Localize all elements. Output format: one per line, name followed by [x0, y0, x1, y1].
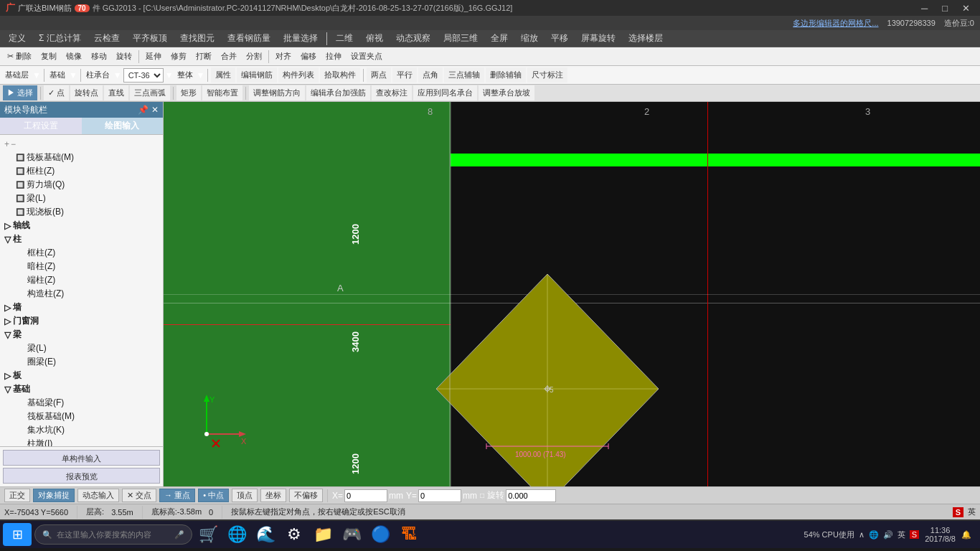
x-coord-input[interactable] [344, 489, 387, 502]
menu-pan[interactable]: 平移 [545, 31, 574, 46]
rotate-input[interactable] [506, 489, 556, 502]
sidebar-item-ring-beam[interactable]: 圈梁(E) [1, 355, 161, 369]
snap-vertex[interactable]: 顶点 [232, 489, 258, 502]
sidebar-group-wall[interactable]: ▷墙 [1, 301, 161, 314]
menu-2d[interactable]: 二维 [330, 31, 359, 46]
close-button[interactable]: ✕ [958, 3, 974, 14]
align-button[interactable]: 对齐 [271, 49, 296, 64]
snap-orthogonal[interactable]: 正交 [4, 489, 30, 502]
point-tool[interactable]: ✓ 点 [44, 85, 69, 100]
single-component-input-button[interactable]: 单构件输入 [3, 450, 160, 466]
sidebar-group-axis[interactable]: ▷轴线 [1, 219, 161, 232]
snap-no-offset[interactable]: 不偏移 [289, 489, 323, 502]
minimize-button[interactable]: ─ [917, 3, 932, 14]
sidebar-pin-icon[interactable]: 📌 [138, 105, 149, 115]
sidebar-item-raft-found2[interactable]: 筏板基础(M) [1, 410, 161, 423]
menu-zoom[interactable]: 缩放 [515, 31, 544, 46]
cap-type-select[interactable]: CT-36 [123, 68, 164, 83]
line-tool[interactable]: 直线 [104, 85, 128, 100]
menu-define[interactable]: 定义 [3, 31, 32, 46]
taskbar-app-settings[interactable]: ⚙ [281, 522, 307, 547]
merge-button[interactable]: 合并 [217, 49, 241, 64]
grid-tool-label[interactable]: 多边形编辑器的网格尺... [793, 18, 878, 29]
rect-tool[interactable]: 矩形 [176, 85, 201, 100]
stretch-button[interactable]: 拉伸 [321, 49, 346, 64]
taskbar-app-ggj[interactable]: 🏗 [396, 522, 422, 547]
dimension-button[interactable]: 尺寸标注 [527, 67, 567, 83]
sidebar-item-raft-found[interactable]: 🔲 筏板基础(M) [1, 151, 161, 164]
edit-rebar-button[interactable]: 编辑钢筋 [237, 67, 277, 83]
apply-same-cap-button[interactable]: 应用到同名承台 [413, 85, 477, 100]
start-button[interactable]: ⊞ [3, 523, 32, 546]
menu-local-3d[interactable]: 局部三维 [438, 31, 484, 46]
menu-fullscreen[interactable]: 全屏 [485, 31, 514, 46]
canvas-area[interactable]: 1000.00 (71.43) 5 1200 3400 1200 8 2 3 4… [164, 102, 980, 486]
expand-icon[interactable]: + [4, 139, 9, 149]
taskbar-app-store[interactable]: 🛒 [195, 522, 221, 547]
snap-coord[interactable]: 坐标 [260, 489, 286, 502]
set-grip-button[interactable]: 设置夹点 [347, 49, 387, 64]
y-coord-input[interactable] [418, 489, 461, 502]
menu-align-top[interactable]: 平齐板顶 [127, 31, 173, 46]
menu-cloud-check[interactable]: 云检查 [88, 31, 126, 46]
sidebar-group-slab[interactable]: ▷板 [1, 369, 161, 382]
sidebar-item-beam[interactable]: 🔲 梁(L) [1, 192, 161, 205]
snap-midpoint[interactable]: • 中点 [198, 489, 229, 502]
arc-tool[interactable]: 三点画弧 [130, 85, 170, 100]
select-button[interactable]: ▶ 选择 [3, 85, 37, 100]
trim-button[interactable]: 修剪 [166, 49, 191, 64]
smart-layout-button[interactable]: 智能布置 [202, 85, 242, 100]
project-settings-tab[interactable]: 工程设置 [0, 118, 82, 134]
component-list-button[interactable]: 构件列表 [278, 67, 319, 83]
delete-axis-button[interactable]: 删除辅轴 [486, 67, 526, 83]
menu-dynamic-view[interactable]: 动态观察 [390, 31, 436, 46]
snap-object[interactable]: 对象捕捉 [33, 489, 75, 502]
offset-button[interactable]: 偏移 [296, 49, 321, 64]
menu-find-element[interactable]: 查找图元 [174, 31, 220, 46]
sidebar-item-struct-col[interactable]: 构造柱(Z) [1, 287, 161, 301]
sidebar-item-col-pedestal[interactable]: 柱墩(I) [1, 437, 161, 446]
sidebar-item-found-beam[interactable]: 基础梁(F) [1, 396, 161, 410]
split-button[interactable]: 分割 [242, 49, 266, 64]
edit-cap-rebar-button[interactable]: 编辑承台加强筋 [306, 85, 370, 100]
taskbar-search[interactable]: 🔍 在这里输入你要搜索的内容 🎤 [34, 524, 192, 545]
report-preview-button[interactable]: 报表预览 [3, 468, 160, 484]
menu-select-floor[interactable]: 选择楼层 [623, 31, 669, 46]
adjust-slope-button[interactable]: 调整承台放坡 [479, 85, 534, 100]
properties-button[interactable]: 属性 [211, 67, 235, 83]
sidebar-close-icon[interactable]: ✕ [151, 105, 159, 115]
snap-intersection[interactable]: ✕ 交点 [122, 489, 156, 502]
collapse-icon[interactable]: − [11, 139, 16, 149]
snap-endpoint[interactable]: → 重点 [159, 489, 195, 502]
sidebar-group-openings[interactable]: ▷门窗洞 [1, 314, 161, 328]
sidebar-group-col[interactable]: ▽柱 [1, 232, 161, 246]
tray-arrow[interactable]: ∧ [859, 530, 864, 540]
sidebar-item-sump[interactable]: 集水坑(K) [1, 423, 161, 437]
sidebar-item-beam2[interactable]: 梁(L) [1, 342, 161, 355]
taskbar-app-folder[interactable]: 📁 [310, 522, 336, 547]
snap-dynamic-input[interactable]: 动态输入 [77, 489, 119, 502]
delete-button[interactable]: ✂ 删除 [3, 49, 36, 64]
clock[interactable]: 11:36 2017/8/8 [925, 526, 956, 543]
menu-calculate[interactable]: Σ 汇总计算 [33, 31, 87, 46]
rotate-point-tool[interactable]: 旋转点 [70, 85, 103, 100]
point-angle-button[interactable]: 点角 [418, 67, 443, 83]
menu-top-view[interactable]: 俯视 [360, 31, 389, 46]
sidebar-item-shear-wall[interactable]: 🔲 剪力墙(Q) [1, 178, 161, 192]
copy-button[interactable]: 复制 [37, 49, 61, 64]
three-point-axis-button[interactable]: 三点辅轴 [444, 67, 484, 83]
pick-component-button[interactable]: 拾取构件 [320, 67, 360, 83]
parallel-button[interactable]: 平行 [392, 67, 417, 83]
two-point-button[interactable]: 两点 [367, 67, 391, 83]
sidebar-group-found[interactable]: ▽基础 [1, 382, 161, 396]
adjust-rebar-dir-button[interactable]: 调整钢筋方向 [249, 85, 305, 100]
drawing-input-tab[interactable]: 绘图输入 [82, 118, 164, 134]
menu-batch-select[interactable]: 批量选择 [278, 31, 324, 46]
sidebar-item-hidden-col[interactable]: 暗柱(Z) [1, 260, 161, 273]
sidebar-item-frame-col[interactable]: 🔲 框柱(Z) [1, 164, 161, 178]
taskbar-app-browser[interactable]: 🌐 [224, 522, 250, 547]
menu-view-rebar[interactable]: 查看钢筋量 [222, 31, 276, 46]
rotate-button[interactable]: 旋转 [112, 49, 136, 64]
menu-screen-rotate[interactable]: 屏幕旋转 [575, 31, 621, 46]
sidebar-item-end-col[interactable]: 端柱(Z) [1, 273, 161, 287]
